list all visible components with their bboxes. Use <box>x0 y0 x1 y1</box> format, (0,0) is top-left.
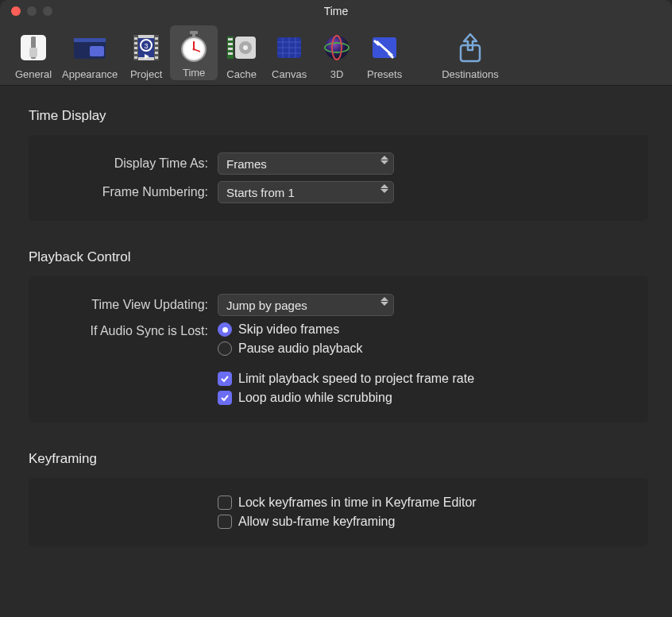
toolbar-item-label: General <box>15 68 52 80</box>
svg-rect-14 <box>134 47 137 49</box>
toolbar-item-label: Canvas <box>272 68 307 80</box>
checkbox-label: Allow sub-frame keyframing <box>238 515 395 529</box>
svg-rect-2 <box>29 48 37 57</box>
section-time-display: Time Display Display Time As: Frames Fra… <box>29 108 648 221</box>
toolbar-item-canvas[interactable]: Canvas <box>265 29 313 80</box>
appearance-icon <box>71 29 109 67</box>
checkbox-label: Loop audio while scrubbing <box>238 391 392 405</box>
checkbox-loop-audio-scrubbing[interactable]: Loop audio while scrubbing <box>218 391 474 405</box>
svg-rect-21 <box>155 56 158 59</box>
toolbar-item-label: Cache <box>226 68 257 80</box>
checkbox-limit-playback-speed[interactable]: Limit playback speed to project frame ra… <box>218 372 474 386</box>
radio-pause-audio-playback[interactable]: Pause audio playback <box>218 341 474 356</box>
checkbox-allow-subframe[interactable]: Allow sub-frame keyframing <box>218 515 477 529</box>
titlebar: Time <box>0 0 672 22</box>
preferences-window: Time General Appearance <box>0 0 672 617</box>
project-icon: 3 <box>127 29 165 67</box>
svg-rect-16 <box>134 56 137 59</box>
radio-indicator-icon <box>218 341 232 356</box>
checkbox-lock-keyframes[interactable]: Lock keyframes in time in Keyframe Edito… <box>218 496 477 510</box>
checkmark-icon <box>218 515 232 529</box>
toolbar-item-destinations[interactable]: Destinations <box>437 29 504 80</box>
section-playback-control: Playback Control Time View Updating: Jum… <box>29 249 648 422</box>
select-value: Frames <box>226 157 267 171</box>
toolbar: General Appearance 3 <box>0 22 672 86</box>
general-icon <box>14 29 52 67</box>
svg-rect-20 <box>155 52 158 54</box>
toolbar-item-label: Destinations <box>442 68 499 80</box>
time-view-updating-select[interactable]: Jump by pages <box>218 294 394 316</box>
svg-rect-18 <box>155 42 158 44</box>
svg-rect-5 <box>90 46 104 56</box>
share-icon <box>451 29 489 67</box>
toolbar-item-project[interactable]: 3 Project <box>122 29 170 80</box>
window-title: Time <box>0 5 672 17</box>
svg-rect-36 <box>228 52 233 55</box>
toolbar-item-general[interactable]: General <box>10 29 57 80</box>
checkmark-icon <box>218 391 232 405</box>
display-time-as-label: Display Time As: <box>44 156 218 171</box>
presets-icon <box>365 29 404 67</box>
toolbar-item-cache[interactable]: Cache <box>218 29 265 80</box>
checkbox-label: Limit playback speed to project frame ra… <box>238 372 474 386</box>
select-value: Jump by pages <box>226 299 307 312</box>
toolbar-item-label: 3D <box>330 68 344 80</box>
toolbar-item-label: Presets <box>367 68 402 80</box>
display-time-as-select[interactable]: Frames <box>218 152 394 175</box>
toolbar-item-label: Project <box>130 68 162 80</box>
svg-text:3: 3 <box>145 42 149 50</box>
svg-point-44 <box>325 36 349 60</box>
radio-label: Pause audio playback <box>238 341 363 356</box>
toolbar-item-appearance[interactable]: Appearance <box>57 29 122 80</box>
svg-rect-13 <box>134 42 137 44</box>
radio-skip-video-frames[interactable]: Skip video frames <box>218 322 474 337</box>
toolbar-item-label: Time <box>183 67 205 79</box>
frame-numbering-select[interactable]: Starts from 1 <box>218 181 394 203</box>
zoom-window-button[interactable] <box>43 6 52 16</box>
svg-rect-15 <box>134 52 137 54</box>
svg-point-28 <box>193 48 195 51</box>
radio-indicator-icon <box>218 322 232 337</box>
svg-rect-34 <box>228 43 233 45</box>
checkmark-icon <box>218 496 232 510</box>
chevron-updown-icon <box>380 297 388 306</box>
toolbar-item-time[interactable]: Time <box>170 25 218 80</box>
minimize-window-button[interactable] <box>27 6 37 16</box>
select-value: Starts from 1 <box>226 186 295 199</box>
toolbar-item-3d[interactable]: 3D <box>313 29 361 80</box>
svg-rect-19 <box>155 47 158 49</box>
radio-label: Skip video frames <box>238 322 339 337</box>
svg-rect-35 <box>228 48 233 50</box>
frame-numbering-label: Frame Numbering: <box>44 185 218 199</box>
chevron-updown-icon <box>380 156 388 164</box>
svg-rect-17 <box>155 37 158 40</box>
svg-rect-4 <box>74 38 106 42</box>
svg-rect-33 <box>228 38 233 40</box>
time-view-updating-label: Time View Updating: <box>44 298 218 312</box>
checkmark-icon <box>218 372 232 386</box>
traffic-lights <box>0 6 52 16</box>
stopwatch-icon <box>175 27 213 65</box>
close-window-button[interactable] <box>11 6 21 16</box>
3d-icon <box>318 29 356 67</box>
section-title: Time Display <box>29 108 648 124</box>
chevron-updown-icon <box>380 184 388 193</box>
toolbar-item-presets[interactable]: Presets <box>361 29 408 80</box>
svg-rect-49 <box>461 45 480 61</box>
canvas-icon <box>270 29 308 67</box>
audio-sync-label: If Audio Sync is Lost: <box>44 322 218 338</box>
svg-rect-12 <box>134 37 137 40</box>
toolbar-item-label: Appearance <box>62 68 118 80</box>
cache-icon <box>222 29 261 67</box>
section-title: Keyframing <box>29 451 648 467</box>
section-keyframing: Keyframing Lock keyframes in time in Key… <box>29 451 648 546</box>
section-title: Playback Control <box>29 249 648 265</box>
checkbox-label: Lock keyframes in time in Keyframe Edito… <box>238 496 477 510</box>
svg-point-31 <box>243 45 248 50</box>
content-pane: Time Display Display Time As: Frames Fra… <box>0 86 672 617</box>
